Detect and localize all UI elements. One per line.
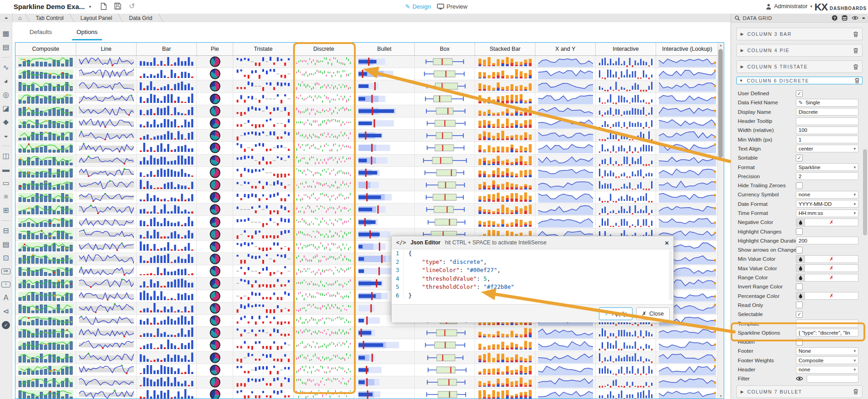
cell-interactive[interactable] — [596, 68, 656, 80]
cell-bullet[interactable] — [354, 93, 415, 105]
cell-box[interactable] — [415, 364, 475, 376]
cell-line[interactable] — [76, 117, 137, 130]
column-header-interactive[interactable]: Interactive — [596, 43, 656, 55]
apply-button[interactable]: ✓Apply — [599, 307, 633, 320]
grid-vertical-scrollbar[interactable]: ▲ ▼ — [717, 43, 724, 399]
cell-composite[interactable] — [15, 277, 76, 290]
delete-column-icon[interactable] — [853, 31, 858, 37]
cell-xy[interactable] — [535, 179, 596, 191]
cell-line[interactable] — [76, 277, 137, 290]
column-header-tristate[interactable]: Tristate — [233, 43, 294, 55]
cell-pie[interactable] — [197, 191, 233, 204]
cell-lookup[interactable] — [656, 68, 719, 80]
cell-tristate[interactable] — [233, 117, 294, 130]
block-layout-icon[interactable]: ▬ — [1, 165, 10, 174]
cell-xy[interactable] — [535, 167, 596, 179]
cell-pie[interactable] — [197, 204, 233, 216]
cell-composite[interactable] — [15, 68, 76, 80]
cell-lookup[interactable] — [656, 339, 719, 351]
cell-tristate[interactable] — [233, 389, 294, 399]
checkbox[interactable] — [796, 247, 803, 253]
cell-bar[interactable] — [137, 290, 197, 302]
column-header-lookup[interactable]: Interactive (Lookup) — [656, 43, 719, 55]
column-header-bullet[interactable]: Bullet — [354, 43, 415, 55]
cell-tristate[interactable] — [233, 315, 294, 327]
cell-bullet[interactable] — [354, 364, 415, 376]
pie-chart-icon[interactable]: ◕ — [1, 77, 10, 86]
cell-discrete[interactable] — [294, 339, 354, 351]
text-input[interactable] — [796, 320, 858, 327]
cell-interactive[interactable] — [596, 364, 656, 376]
cell-interactive[interactable] — [596, 105, 656, 117]
cell-bar[interactable] — [137, 229, 197, 241]
cell-pie[interactable] — [197, 56, 233, 68]
cell-pie[interactable] — [197, 277, 233, 290]
cell-pie[interactable] — [197, 389, 233, 399]
color-picker[interactable]: ✗ — [796, 274, 858, 282]
delete-column-icon[interactable] — [854, 78, 860, 83]
cell-tristate[interactable] — [233, 191, 294, 204]
search-icon[interactable] — [735, 15, 740, 21]
cell-xy[interactable] — [535, 376, 596, 389]
column-header-line[interactable]: Line — [76, 43, 137, 55]
list-view-icon[interactable]: ▤ — [1, 240, 10, 249]
cell-discrete[interactable] — [294, 191, 354, 204]
cell-box[interactable] — [415, 117, 475, 130]
cell-tristate[interactable] — [233, 290, 294, 302]
cell-bar[interactable] — [137, 167, 197, 179]
cell-bullet[interactable] — [354, 389, 415, 399]
color-picker[interactable]: ✗ — [796, 255, 858, 263]
cell-xy[interactable] — [535, 339, 596, 351]
cell-bar[interactable] — [137, 339, 197, 351]
cell-discrete[interactable] — [294, 253, 354, 265]
section-column-6-discrete[interactable]: ▼ COLUMN 6 DISCRETE — [736, 77, 863, 84]
clear-color-icon[interactable]: ✗ — [829, 256, 834, 262]
cell-pie[interactable] — [197, 130, 233, 142]
cell-bullet[interactable] — [354, 216, 415, 228]
cell-bar[interactable] — [137, 327, 197, 339]
cell-composite[interactable] — [15, 105, 76, 117]
cell-stackedbar[interactable] — [475, 130, 535, 142]
column-header-discrete[interactable]: Discrete — [294, 43, 354, 55]
cell-discrete[interactable] — [294, 93, 354, 105]
checkbox[interactable] — [796, 228, 803, 235]
cell-pie[interactable] — [197, 265, 233, 277]
cell-bar[interactable] — [137, 155, 197, 167]
cell-interactive[interactable] — [596, 167, 656, 179]
cell-bar[interactable] — [137, 105, 197, 117]
cell-pie[interactable] — [197, 68, 233, 80]
column-header-xy[interactable]: X and Y — [535, 43, 596, 55]
cell-lookup[interactable] — [656, 204, 719, 216]
combo-box-icon[interactable]: ⊟ — [1, 226, 10, 235]
delete-column-icon[interactable] — [853, 389, 858, 394]
cell-box[interactable] — [415, 216, 475, 228]
cell-pie[interactable] — [197, 290, 233, 302]
checkbox[interactable] — [796, 283, 803, 290]
cell-pie[interactable] — [197, 327, 233, 339]
cell-box[interactable] — [415, 142, 475, 154]
undo-icon[interactable]: ↺ — [129, 2, 135, 10]
cell-discrete[interactable] — [294, 80, 354, 92]
cell-bar[interactable] — [137, 93, 197, 105]
scroll-down-icon[interactable]: ▼ — [718, 394, 724, 398]
cell-lookup[interactable] — [656, 130, 719, 142]
cell-line[interactable] — [76, 93, 137, 105]
cell-line[interactable] — [76, 105, 137, 117]
cell-pie[interactable] — [197, 229, 233, 241]
cell-box[interactable] — [415, 376, 475, 389]
cell-composite[interactable] — [15, 216, 76, 228]
breadcrumb-item[interactable]: Tab Control — [28, 15, 72, 21]
cell-composite[interactable] — [15, 241, 76, 253]
cell-interactive[interactable] — [596, 56, 656, 68]
cell-bar[interactable] — [137, 191, 197, 204]
cell-lookup[interactable] — [656, 105, 719, 117]
cell-line[interactable] — [76, 364, 137, 376]
cell-stackedbar[interactable] — [475, 179, 535, 191]
tab-options[interactable]: Options — [72, 27, 103, 40]
cell-discrete[interactable] — [294, 327, 354, 339]
cell-bullet[interactable] — [354, 339, 415, 351]
text-input[interactable]: { "type": "discrete", "lin — [796, 329, 858, 336]
cell-tristate[interactable] — [233, 241, 294, 253]
cell-pie[interactable] — [197, 93, 233, 105]
sparkline-data-grid[interactable]: CompositeLineBarPieTristateDiscreteBulle… — [15, 42, 724, 399]
